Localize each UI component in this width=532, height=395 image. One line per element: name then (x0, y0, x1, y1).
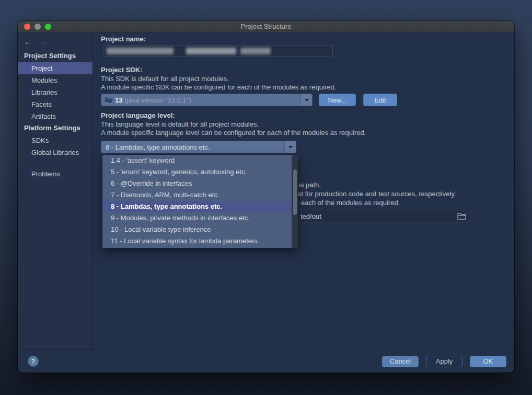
sidebar-group-project-settings: Project Modules Libraries Facets Artifac… (18, 62, 92, 122)
project-name-label: Project name: (101, 35, 146, 43)
sdk-desc-line1: This SDK is default for all project modu… (101, 75, 229, 83)
minimize-window-button[interactable] (34, 24, 41, 30)
browse-folder-icon[interactable] (457, 213, 466, 220)
sidebar-divider (24, 164, 86, 164)
obscured-text-line2: st for production code and test sources,… (298, 190, 456, 198)
zoom-window-button[interactable] (45, 24, 51, 30)
language-level-dropdown: 1.4 - 'assert' keyword 5 - 'enum' keywor… (102, 155, 298, 248)
project-structure-dialog: Project Structure ← → Project Settings P… (18, 21, 514, 373)
sidebar-item[interactable]: Global Libraries (18, 146, 92, 159)
compiler-output-path-fragment: ted/out (300, 212, 321, 220)
dropdown-option[interactable]: 9 - Modules, private methods in interfac… (102, 212, 298, 224)
sidebar-item[interactable]: SDKs (18, 134, 92, 146)
sidebar-group-header-project-settings: Project Settings (18, 50, 92, 62)
dropdown-option[interactable]: 1.4 - 'assert' keyword (102, 155, 298, 166)
help-button[interactable]: ? (28, 356, 39, 367)
apply-button[interactable]: Apply (426, 356, 462, 367)
compiler-output-path-input[interactable]: ted/out (297, 210, 470, 222)
sidebar-item[interactable]: Libraries (18, 86, 92, 98)
language-level-combobox[interactable]: 8 - Lambdas, type annotations etc. (101, 141, 296, 153)
language-desc-line1: This language level is default for all p… (101, 120, 259, 128)
jdk-icon (105, 96, 113, 104)
sidebar-item[interactable]: Project (18, 62, 92, 74)
sidebar-group-platform-settings: SDKs Global Libraries (18, 134, 92, 159)
language-desc-line2: A module specific language level can be … (101, 129, 366, 137)
dropdown-scrollbar-thumb[interactable] (293, 170, 297, 215)
cancel-button[interactable]: Cancel (382, 356, 419, 367)
dropdown-scrollbar-track[interactable] (292, 155, 298, 248)
sidebar-item[interactable]: Modules (18, 74, 92, 86)
dropdown-option[interactable]: 11 - Local variable syntax for lambda pa… (102, 235, 298, 247)
redacted-project-name (107, 46, 271, 57)
dropdown-option[interactable]: 8 - Lambdas, type annotations etc. (102, 201, 298, 212)
project-settings-panel: Project name: Project SDK: This SDK is d… (93, 32, 514, 349)
project-sdk-combobox[interactable]: 13 (java version "13.0.1") (101, 94, 313, 106)
chevron-down-icon (288, 146, 293, 149)
chevron-down-icon (305, 99, 309, 101)
language-level-value: 8 - Lambdas, type annotations etc. (106, 143, 210, 151)
dropdown-option[interactable]: 10 - Local variable type inference (102, 224, 298, 235)
title-bar: Project Structure (18, 21, 514, 32)
obscured-text-line3: each of the modules as required. (301, 199, 400, 207)
back-icon[interactable]: ← (24, 37, 32, 46)
forward-icon[interactable]: → (39, 37, 47, 46)
sidebar-group-header-platform-settings: Platform Settings (18, 122, 92, 134)
dialog-footer: ? Cancel Apply OK (18, 349, 514, 373)
sdk-value: 13 (115, 96, 122, 104)
project-name-input[interactable] (103, 45, 333, 57)
sdk-desc-line2: A module specific SDK can be configured … (101, 83, 336, 91)
close-window-button[interactable] (24, 24, 30, 30)
sdk-new-button[interactable]: New... (319, 94, 356, 106)
obscured-text-line1: is path. (299, 181, 321, 189)
language-level-label: Project language level: (101, 111, 175, 119)
settings-sidebar: ← → Project Settings Project Modules Lib… (18, 32, 93, 349)
sdk-edit-button[interactable]: Edit (363, 94, 397, 106)
sdk-version: (java version "13.0.1") (124, 96, 191, 104)
dropdown-option[interactable]: 5 - 'enum' keyword, generics, autoboxing… (102, 166, 298, 178)
window-title: Project Structure (241, 22, 292, 30)
sidebar-item-problems[interactable]: Problems (18, 168, 92, 180)
dropdown-option[interactable]: 6 - @Override in interfaces (102, 178, 298, 189)
ok-button[interactable]: OK (470, 356, 506, 367)
sidebar-item[interactable]: Artifacts (18, 110, 92, 122)
sidebar-item[interactable]: Facets (18, 98, 92, 110)
project-sdk-label: Project SDK: (101, 66, 142, 74)
dropdown-option[interactable]: 7 - Diamonds, ARM, multi-catch etc. (102, 189, 298, 201)
